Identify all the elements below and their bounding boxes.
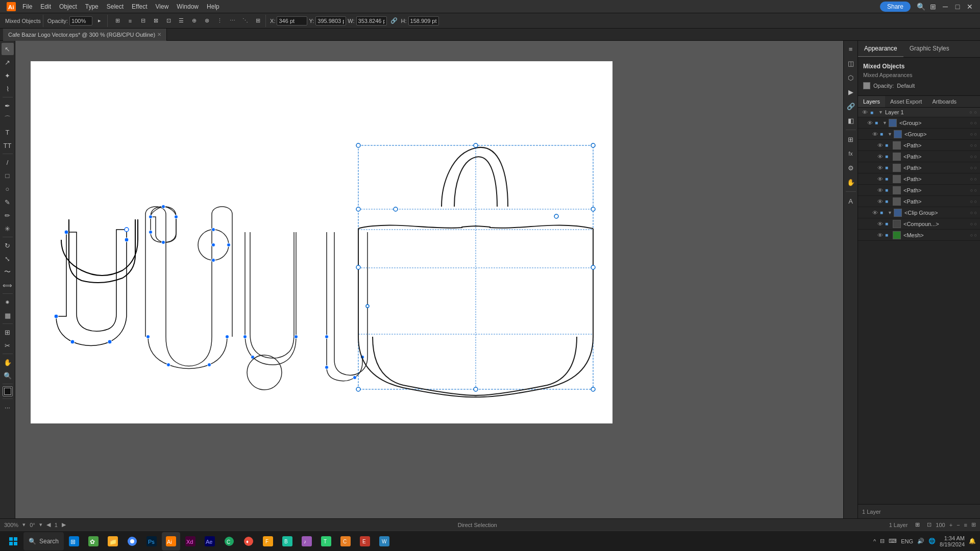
path-2-visibility[interactable]: 👁	[876, 154, 884, 160]
group-2-visibility[interactable]: 👁	[871, 131, 878, 137]
tool-slice[interactable]: ✂	[2, 339, 14, 352]
menu-select[interactable]: Select	[103, 0, 128, 13]
group-2-expand[interactable]: ▼	[888, 132, 892, 137]
path-6-visibility[interactable]: 👁	[876, 198, 884, 205]
path-3-visibility[interactable]: 👁	[876, 165, 884, 171]
tab-artboards[interactable]: Artboards	[927, 96, 962, 107]
minimize-icon[interactable]: ─	[939, 1, 951, 13]
panel-ctrl-3[interactable]: ⬡	[845, 71, 857, 84]
status-zoom-fit[interactable]: ⊡	[927, 521, 932, 528]
layer-path-4[interactable]: 👁 ■ <Path> ○ ○	[858, 173, 980, 185]
tab-close-icon[interactable]: ✕	[157, 32, 161, 37]
taskbar-notification-icon[interactable]: 🔔	[969, 538, 976, 544]
opacity-arrow[interactable]: ▸	[94, 15, 105, 27]
status-icon-2[interactable]: ⊞	[971, 521, 976, 528]
tool-width[interactable]: ⟺	[2, 279, 14, 291]
taskbar-network-icon[interactable]: 🌐	[928, 538, 936, 544]
tab-graphic-styles[interactable]: Graphic Styles	[903, 41, 955, 57]
group-1-visibility[interactable]: 👁	[866, 120, 873, 126]
panel-ctrl-4[interactable]: ▶	[845, 86, 857, 98]
tool-more[interactable]: ···	[2, 401, 14, 413]
panel-ctrl-6[interactable]: ◧	[845, 114, 857, 127]
panel-ctrl-10[interactable]: A	[845, 195, 857, 207]
align-btn-12[interactable]: ⊞	[252, 15, 263, 27]
taskbar-chevron-up[interactable]: ^	[873, 538, 876, 544]
close-icon[interactable]: ✕	[964, 1, 976, 13]
page-nav-next[interactable]: ▶	[62, 521, 66, 528]
tool-symbol-spray[interactable]: ⁕	[2, 296, 14, 308]
taskbar-xd[interactable]: Xd	[181, 532, 200, 550]
layer-group-2[interactable]: 👁 ■ ▼ <Group> ○ ○	[858, 129, 980, 140]
status-artboard-btn[interactable]: ⊞	[912, 519, 923, 531]
taskbar-app-3[interactable]: F	[259, 532, 277, 550]
panel-ctrl-8[interactable]: ⚙	[845, 162, 857, 174]
panel-ctrl-9[interactable]: ✋	[845, 176, 857, 188]
status-icon-1[interactable]: ≡	[964, 522, 967, 528]
taskbar-tablet-icon[interactable]: ⊟	[880, 538, 885, 544]
opacity-input[interactable]	[69, 16, 92, 26]
align-btn-1[interactable]: ⊞	[112, 15, 123, 27]
taskbar-chrome[interactable]	[123, 532, 141, 550]
status-zoom-in[interactable]: +	[949, 522, 952, 528]
align-btn-10[interactable]: ⋯	[227, 15, 238, 27]
panel-ctrl-1[interactable]: ≡	[845, 43, 857, 55]
h-input[interactable]	[408, 16, 439, 26]
tool-warp[interactable]: 〜	[2, 266, 14, 278]
taskbar-app-9[interactable]: W	[375, 532, 394, 550]
tool-rect[interactable]: □	[2, 169, 14, 182]
tool-pen[interactable]: ✒	[2, 99, 14, 112]
taskbar-app-8[interactable]: E	[356, 532, 374, 550]
path-5-visibility[interactable]: 👁	[876, 187, 884, 193]
menu-window[interactable]: Window	[173, 0, 203, 13]
page-nav-prev[interactable]: ◀	[46, 521, 51, 528]
tool-column-graph[interactable]: ▦	[2, 309, 14, 321]
taskbar-app-7[interactable]: C	[336, 532, 355, 550]
taskbar-app-6[interactable]: T	[317, 532, 335, 550]
panel-ctrl-2[interactable]: ◫	[845, 57, 857, 69]
taskbar-ae[interactable]: Ae	[201, 532, 219, 550]
layer-path-5[interactable]: 👁 ■ <Path> ○ ○	[858, 185, 980, 196]
tool-type[interactable]: T	[2, 126, 14, 138]
align-btn-7[interactable]: ⊕	[188, 15, 200, 27]
align-btn-3[interactable]: ⊟	[137, 15, 149, 27]
tool-brush[interactable]: ✎	[2, 196, 14, 208]
menu-view[interactable]: View	[152, 0, 173, 13]
menu-edit[interactable]: Edit	[36, 0, 55, 13]
clip-group-expand[interactable]: ▼	[888, 210, 892, 215]
tool-direct-select[interactable]: ↗	[2, 56, 14, 68]
align-btn-5[interactable]: ⊡	[163, 15, 174, 27]
taskbar-sound-icon[interactable]: 🔊	[917, 538, 924, 544]
tool-curvature[interactable]: ⌒	[2, 113, 14, 125]
start-button[interactable]	[4, 532, 22, 550]
w-input[interactable]	[356, 16, 387, 26]
maximize-icon[interactable]: □	[951, 1, 964, 13]
tool-ellipse[interactable]: ○	[2, 183, 14, 195]
layer-path-2[interactable]: 👁 ■ <Path> ○ ○	[858, 151, 980, 162]
layer-compound[interactable]: 👁 ■ <Compoun...> ○ ○	[858, 218, 980, 230]
tool-touch-type[interactable]: TT	[2, 139, 14, 152]
align-btn-4[interactable]: ⊠	[150, 15, 161, 27]
menu-help[interactable]: Help	[203, 0, 224, 13]
tool-pencil[interactable]: ✏	[2, 209, 14, 221]
menu-file[interactable]: File	[18, 0, 36, 13]
tool-line[interactable]: /	[2, 156, 14, 168]
tool-hand[interactable]: ✋	[2, 356, 14, 368]
taskbar-app-4[interactable]: B	[278, 532, 297, 550]
layer-path-3[interactable]: 👁 ■ <Path> ○ ○	[858, 162, 980, 173]
tab-asset-export[interactable]: Asset Export	[885, 96, 927, 107]
layer-path-6[interactable]: 👁 ■ <Path> ○ ○	[858, 196, 980, 207]
taskbar-photos[interactable]: ✿	[84, 532, 103, 550]
canvas-area[interactable]: ≡ ◫ ⬡ ▶ 🔗 ◧ ⊞ fx ⚙ ✋ A	[15, 41, 857, 518]
tool-select[interactable]: ↖	[2, 43, 14, 55]
align-btn-6[interactable]: ☰	[176, 15, 187, 27]
align-btn-8[interactable]: ⊗	[201, 15, 212, 27]
tab-layers[interactable]: Layers	[858, 96, 885, 107]
taskbar-explorer[interactable]: 📁	[104, 532, 122, 550]
tool-scale[interactable]: ⤡	[2, 253, 14, 265]
x-input[interactable]	[277, 16, 307, 26]
tool-lasso[interactable]: ⌇	[2, 83, 14, 95]
arrange-icon[interactable]: ⊞	[927, 1, 939, 13]
layer-clip-group[interactable]: 👁 ■ ▼ <Clip Group> ○ ○	[858, 207, 980, 218]
panel-ctrl-fx[interactable]: fx	[845, 147, 857, 160]
search-icon[interactable]: 🔍	[915, 1, 927, 13]
